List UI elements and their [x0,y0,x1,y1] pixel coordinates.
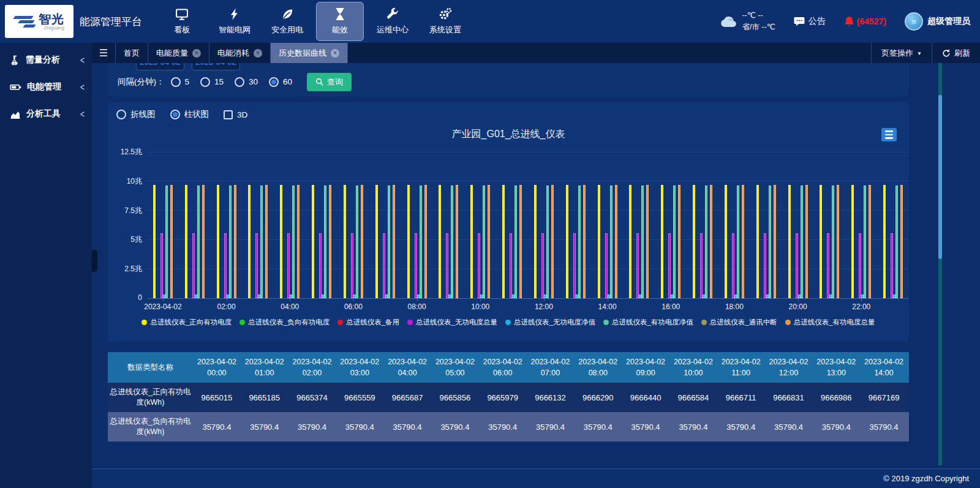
flask-icon [10,55,20,66]
logo-text: 智光 [39,13,64,25]
x-axis-tick [353,298,354,301]
bar [415,233,417,298]
legend-item[interactable]: 总进线仪表_正向有功电度 [141,318,232,327]
bar [265,185,268,298]
refresh-button[interactable]: 刷新 [932,43,980,63]
interval-option-60[interactable]: 60 [269,77,292,87]
nav-item-energy-efficiency[interactable]: 能效 [316,2,364,41]
bar [732,233,734,298]
bar [805,185,808,298]
bar [900,185,903,298]
legend-item[interactable]: 总进线仪表_通讯中断 [701,318,777,327]
tab-power-quality[interactable]: 电能质量× [148,43,209,63]
bar [796,233,798,298]
bar [292,186,295,298]
alarm-button[interactable]: (64527) [844,16,886,27]
nav-item-kanban[interactable]: 看板 [158,2,206,41]
table-header-time: 2023-04-0200:00 [193,352,241,383]
cell-value: 9666584 [669,383,717,412]
query-button[interactable]: 查询 [307,73,352,91]
copyright-text: © 2019 zgzdh Copyright [883,474,969,483]
nav-item-smart-grid[interactable]: 智能电网 [211,2,258,41]
x-axis-tick-label: 10:00 [471,302,489,311]
interval-option-label: 60 [283,77,292,86]
three-d-option-label: 3D [237,110,247,119]
user-menu[interactable]: ≡ 超级管理员 [905,12,970,31]
sidebar-item-energy-management[interactable]: 电能管理< [0,73,92,100]
nav-item-safe-power[interactable]: 安全用电 [263,2,311,41]
tab-home[interactable]: 首页 [116,43,148,63]
notice-button[interactable]: 公告 [794,16,826,27]
bar [710,185,712,298]
bolt-icon [228,7,241,21]
gear-icon [439,7,452,21]
bar [756,185,759,298]
close-tab-icon[interactable]: × [192,49,201,58]
interval-option-label: 5 [185,77,190,86]
three-d-option[interactable]: 3D [224,110,247,119]
bar [610,186,612,298]
nav-item-system-settings[interactable]: 系统设置 [421,2,469,41]
wrench-icon [386,7,399,21]
bar [788,185,791,298]
legend-item[interactable]: 总进线仪表_无功电度净值 [505,318,595,327]
chart-export-menu-button[interactable] [881,128,897,141]
x-axis-tick [544,298,545,301]
legend-item-label: 总进线仪表_无功电度总量 [416,318,497,327]
tabbar: ☰ 首页电能质量×电能消耗×历史数据曲线× 页签操作 ▼ 刷新 [92,43,980,63]
close-tab-icon[interactable]: × [254,49,262,58]
sidebar-toggle-button[interactable]: ☰ [92,43,116,63]
radio-icon [235,77,244,87]
cell-value: 9666290 [574,383,622,412]
tab-label: 电能质量 [156,48,188,59]
table-header-time: 2023-04-0205:00 [431,352,479,383]
table-header-time: 2023-04-0203:00 [336,352,383,383]
sidebar-item-demand-analysis[interactable]: 需量分析< [0,47,92,73]
bar [153,185,156,298]
bar [615,185,617,298]
nav-item-ops-center[interactable]: 运维中心 [369,2,417,41]
chart-legend: 总进线仪表_正向有功电度总进线仪表_负向有功电度总进线仪表_备用总进线仪表_无功… [108,318,909,327]
x-axis-tick-label: 06:00 [344,302,363,311]
bar [170,185,173,298]
bar [629,185,631,298]
sidebar-item-analysis-tools[interactable]: 分析工具< [0,100,92,127]
bar-chart-option-label: 柱状图 [184,109,209,120]
tab-history-data-curve[interactable]: 历史数据曲线× [271,43,348,63]
legend-item[interactable]: 总进线仪表_有功电度净值 [603,318,693,327]
legend-item[interactable]: 总进线仪表_有功电度总量 [785,318,875,327]
bar-chart-option[interactable]: 柱状图 [170,109,209,120]
sidebar-item-label: 分析工具 [26,108,61,119]
tab-energy-consumption[interactable]: 电能消耗× [209,43,271,63]
sidebar: 需量分析<电能管理<分析工具< [0,43,92,488]
interval-option-5[interactable]: 5 [171,77,190,87]
table-header-time: 2023-04-0213:00 [812,352,860,383]
legend-item[interactable]: 总进线仪表_无功电度总量 [407,318,497,327]
table-header-time: 2023-04-0204:00 [383,352,431,383]
interval-option-15[interactable]: 15 [200,77,224,87]
radio-icon [170,110,180,119]
y-axis-tick-label: 0 [108,293,142,302]
nav-item-label: 系统设置 [429,24,461,36]
bar [859,233,861,298]
start-date-input[interactable]: 2023-04-02 [136,63,184,70]
end-date-input[interactable]: 2023-04-02 [192,63,240,70]
legend-item[interactable]: 总进线仪表_负向有功电度 [239,318,330,327]
table-header-name: 数据类型名称 [108,352,193,383]
bar [673,186,676,298]
bar [851,185,854,298]
tab-operations-dropdown[interactable]: 页签操作 ▼ [871,43,932,63]
sidebar-collapse-handle[interactable] [92,250,97,272]
bar [356,186,358,298]
table-header-time: 2023-04-0209:00 [622,352,669,383]
line-chart-option[interactable]: 折线图 [116,109,156,120]
table-row: 总进线仪表_负向有功电度(kWh)35790.435790.435790.435… [108,412,909,441]
vertical-scrollbar-thumb[interactable] [938,95,942,259]
table-header-time: 2023-04-0201:00 [241,352,288,383]
interval-option-30[interactable]: 30 [235,77,258,87]
close-tab-icon[interactable]: × [331,49,339,58]
user-name: 超级管理员 [927,16,970,27]
legend-item[interactable]: 总进线仪表_备用 [337,318,399,327]
alarm-count: (64527) [857,17,886,26]
bar [891,233,893,298]
